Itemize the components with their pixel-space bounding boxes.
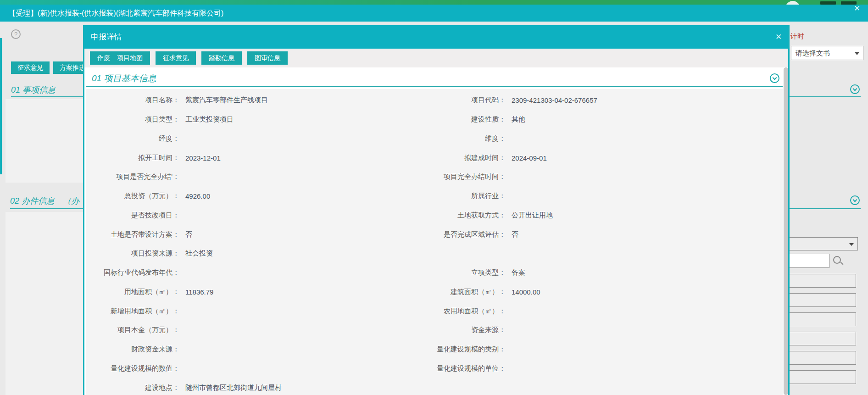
field-value: 2309-421303-04-02-676657	[506, 96, 783, 104]
window-title: 【受理】(新)供水报装-(供水报装)(湖北紫宸汽车部件科技有限公司)	[8, 5, 223, 22]
modal-tab-2[interactable]: 项目地图	[110, 51, 150, 65]
declaration-detail-modal: 申报详情 ✕ 作废项目地图征求意见踏勘信息图审信息 01 项目基本信息 项目名称…	[83, 25, 790, 395]
collapse-chevron-icon[interactable]	[850, 195, 860, 205]
form-row: 项目投资来源：社会投资	[86, 244, 783, 263]
field-label: 农用地面积（㎡）：	[352, 307, 506, 316]
field-label: 拟开工时间：	[86, 154, 179, 162]
field-label: 维度：	[352, 134, 506, 143]
field-label: 量化建设规模的单位：	[352, 364, 506, 373]
modal-title: 申报详情	[91, 25, 122, 49]
modal-tab-3[interactable]: 征求意见	[156, 51, 196, 65]
user-menu-fragment	[820, 1, 836, 5]
field-label: 资金来源：	[352, 326, 506, 334]
form-row: 经度：维度：	[86, 129, 783, 149]
field-value: 工业类投资项目	[179, 115, 352, 124]
browser-top-strip	[0, 0, 868, 5]
field-value: 公开出让用地	[506, 211, 783, 220]
help-icon[interactable]: ?	[11, 29, 21, 39]
field-label: 项目投资来源：	[86, 249, 179, 258]
field-label: 项目本金（万元）：	[86, 326, 179, 334]
field-label: 所属行业：	[352, 192, 506, 200]
window-close-icon[interactable]: ✕	[852, 4, 862, 13]
form-row: 国标行业代码发布年代：立项类型：备案	[86, 263, 783, 283]
form-row: 项目名称：紫宸汽车零部件生产线项目项目代码：2309-421303-04-02-…	[86, 91, 783, 110]
form-row: 建设地点：随州市曾都区北郊街道九间屋村	[86, 378, 783, 395]
page-left-accent	[0, 38, 2, 174]
field-value: 备案	[506, 268, 783, 277]
modal-tab-4[interactable]: 踏勘信息	[201, 51, 242, 65]
field-value: 社会投资	[179, 249, 352, 258]
field-label: 国标行业代码发布年代：	[86, 268, 179, 277]
project-basic-info-header: 01 项目基本信息	[86, 70, 783, 87]
field-label: 财政资金来源：	[86, 345, 179, 354]
form-row: 新增用地面积（㎡）：农用地面积（㎡）：	[86, 301, 783, 321]
field-value: 14000.00	[506, 288, 783, 296]
chevron-down-icon	[855, 52, 859, 55]
form-row: 量化建设规模的数值：量化建设规模的单位：	[86, 359, 783, 378]
form-row: 总投资（万元）：4926.00所属行业：	[86, 187, 783, 206]
modal-scrollbar[interactable]	[784, 67, 788, 395]
field-label: 量化建设规模的类别：	[352, 345, 506, 354]
field-label: 项目代码：	[352, 96, 506, 105]
form-row: 拟开工时间：2023-12-01拟建成时间：2024-09-01	[86, 148, 783, 167]
modal-tab-5[interactable]: 图审信息	[247, 51, 288, 65]
field-label: 项目类型：	[86, 115, 179, 124]
document-select[interactable]: 请选择文书	[791, 46, 863, 60]
field-value: 2024-09-01	[506, 154, 783, 162]
collapse-chevron-icon[interactable]	[850, 84, 860, 94]
form-row: 土地是否带设计方案：否是否完成区域评估：否	[86, 225, 783, 244]
timer-label: 计时	[790, 32, 804, 41]
form-row: 是否技改项目：土地获取方式：公开出让用地	[86, 206, 783, 225]
form-row: 项目是否完全办结'：项目完全办结时间：	[86, 167, 783, 187]
field-value: 紫宸汽车零部件生产线项目	[179, 96, 352, 105]
project-basic-info-title: 01 项目基本信息	[92, 72, 156, 84]
document-select-value: 请选择文书	[796, 49, 830, 57]
section-heading-case-info: 02 办件信息 （办	[10, 195, 79, 206]
field-label: 项目是否完全办结'：	[86, 172, 179, 181]
field-value: 否	[179, 230, 352, 239]
modal-tabstrip: 作废项目地图征求意见踏勘信息图审信息	[84, 49, 788, 67]
user-avatar[interactable]	[785, 1, 800, 5]
field-label: 总投资（万元）：	[86, 192, 179, 200]
form-row: 财政资金来源：量化建设规模的类别：	[86, 340, 783, 359]
chevron-down-icon	[849, 243, 854, 246]
field-label: 新增用地面积（㎡）：	[86, 307, 179, 316]
modal-close-icon[interactable]: ✕	[773, 32, 784, 42]
form-row: 项目类型：工业类投资项目建设性质：其他	[86, 110, 783, 129]
collapse-chevron-icon[interactable]	[770, 73, 779, 83]
form-row: 项目本金（万元）：资金来源：	[86, 321, 783, 340]
field-value: 2023-12-01	[179, 154, 352, 162]
field-label: 建设性质：	[352, 115, 506, 124]
field-value: 随州市曾都区北郊街道九间屋村	[179, 384, 352, 392]
field-value: 11836.79	[179, 288, 352, 296]
field-label: 量化建设规模的数值：	[86, 364, 179, 373]
field-label: 立项类型：	[352, 268, 506, 277]
field-label: 建筑面积（㎡）：	[352, 288, 506, 296]
modal-header: 申报详情 ✕	[84, 25, 788, 49]
form-row: 用地面积（㎡）：11836.79建筑面积（㎡）：14000.00	[86, 283, 783, 302]
field-label: 项目名称：	[86, 96, 179, 105]
search-icon[interactable]	[833, 256, 841, 264]
field-label: 拟建成时间：	[352, 154, 506, 162]
solicit-opinion-button[interactable]: 征求意见	[11, 61, 50, 74]
field-value: 其他	[506, 115, 783, 124]
field-label: 土地获取方式：	[352, 211, 506, 220]
section-heading-matter-info: 01 事项信息	[11, 84, 56, 95]
window-titlebar: 【受理】(新)供水报装-(供水报装)(湖北紫宸汽车部件科技有限公司)	[0, 5, 868, 22]
field-label: 项目完全办结时间：	[352, 172, 506, 181]
field-label: 经度：	[86, 134, 179, 143]
field-label: 是否完成区域评估：	[352, 230, 506, 239]
screen: 【受理】(新)供水报装-(供水报装)(湖北紫宸汽车部件科技有限公司) ✕ ? 征…	[0, 0, 868, 395]
field-label: 是否技改项目：	[86, 211, 179, 220]
field-value: 否	[506, 230, 783, 239]
project-basic-info-form: 项目名称：紫宸汽车零部件生产线项目项目代码：2309-421303-04-02-…	[86, 89, 783, 395]
field-label: 土地是否带设计方案：	[86, 230, 179, 239]
field-label: 用地面积（㎡）：	[86, 288, 179, 296]
field-value: 4926.00	[179, 192, 352, 200]
field-label: 建设地点：	[86, 384, 179, 392]
